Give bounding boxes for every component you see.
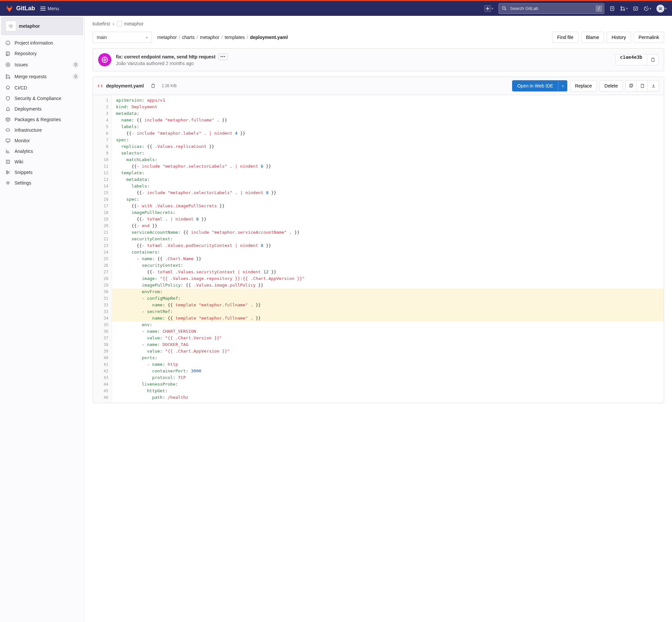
line-number[interactable]: 37: [94, 335, 108, 341]
history-button[interactable]: History: [607, 32, 631, 43]
commit-author[interactable]: João Vanzuita: [116, 61, 145, 66]
line-number[interactable]: 20: [94, 222, 108, 229]
sidebar-item-issues[interactable]: Issues0: [0, 59, 84, 71]
sidebar-item-analytics[interactable]: Analytics: [0, 146, 84, 157]
copy-sha-button[interactable]: [647, 54, 659, 65]
line-number[interactable]: 45: [94, 388, 108, 394]
main-menu-toggle[interactable]: Menu: [40, 6, 59, 11]
path-folder[interactable]: charts: [182, 35, 195, 40]
line-number[interactable]: 5: [94, 124, 108, 130]
line-number[interactable]: 1: [94, 97, 108, 104]
line-number[interactable]: 2: [94, 104, 108, 110]
line-number[interactable]: 15: [94, 189, 108, 196]
line-number[interactable]: 25: [94, 255, 108, 262]
line-number[interactable]: 44: [94, 381, 108, 388]
copy-contents-button[interactable]: [626, 80, 637, 92]
copy-path-button[interactable]: [149, 82, 157, 90]
breadcrumb-group[interactable]: kubefirst: [93, 21, 110, 26]
line-number[interactable]: 46: [94, 394, 108, 401]
replace-button[interactable]: Replace: [570, 80, 597, 92]
line-number[interactable]: 39: [94, 348, 108, 354]
breadcrumb-project[interactable]: metaphor: [117, 21, 144, 26]
line-number[interactable]: 35: [94, 321, 108, 328]
sidebar-project-header[interactable]: metaphor: [1, 17, 83, 35]
line-number[interactable]: 40: [94, 354, 108, 361]
commit-sha[interactable]: c1ae4e3b: [615, 54, 647, 65]
open-web-ide-dropdown[interactable]: ▾: [558, 80, 567, 92]
line-number[interactable]: 16: [94, 196, 108, 203]
line-number[interactable]: 29: [94, 282, 108, 288]
line-number[interactable]: 33: [94, 308, 108, 315]
line-number[interactable]: 22: [94, 236, 108, 242]
line-number[interactable]: 18: [94, 209, 108, 216]
sidebar-item-packages-registries[interactable]: Packages & Registries: [0, 114, 84, 125]
line-number[interactable]: 41: [94, 361, 108, 368]
sidebar-item-deployments[interactable]: Deployments: [0, 104, 84, 114]
line-number[interactable]: 31: [94, 295, 108, 302]
line-number[interactable]: 27: [94, 269, 108, 275]
open-web-ide-button[interactable]: Open in Web IDE: [512, 80, 558, 92]
line-number[interactable]: 38: [94, 341, 108, 348]
line-number[interactable]: 7: [94, 137, 108, 143]
merge-requests-shortcut[interactable]: ▾: [620, 6, 628, 11]
path-folder[interactable]: metaphor: [157, 35, 177, 40]
line-number[interactable]: 34: [94, 315, 108, 321]
code-content[interactable]: apiVersion: apps/v1kind: Deploymentmetad…: [112, 95, 664, 403]
path-folder[interactable]: templates: [225, 35, 245, 40]
line-number[interactable]: 12: [94, 170, 108, 176]
line-number[interactable]: 8: [94, 143, 108, 150]
line-number[interactable]: 28: [94, 275, 108, 282]
new-dropdown[interactable]: ▾: [484, 5, 493, 12]
sidebar-item-monitor[interactable]: Monitor: [0, 135, 84, 146]
line-number[interactable]: 43: [94, 374, 108, 381]
todos-shortcut[interactable]: [633, 6, 638, 11]
line-number[interactable]: 24: [94, 249, 108, 255]
line-number[interactable]: 3: [94, 110, 108, 117]
line-number[interactable]: 26: [94, 262, 108, 269]
line-number[interactable]: 30: [94, 288, 108, 295]
branch-selector[interactable]: main ▾: [93, 32, 152, 43]
blame-button[interactable]: Blame: [581, 32, 604, 43]
line-number-gutter[interactable]: 1234567891011121314151617181920212223242…: [93, 95, 112, 403]
find-file-button[interactable]: Find file: [552, 32, 578, 43]
line-number[interactable]: 21: [94, 229, 108, 236]
sidebar-item-wiki[interactable]: Wiki: [0, 157, 84, 167]
count-badge: 0: [72, 61, 79, 68]
delete-button[interactable]: Delete: [600, 80, 623, 92]
sidebar-item-repository[interactable]: Repository: [0, 48, 84, 59]
sidebar-item-security-compliance[interactable]: Security & Compliance: [0, 93, 84, 104]
todo-icon: [633, 6, 638, 11]
permalink-button[interactable]: Permalink: [634, 32, 664, 43]
line-number[interactable]: 32: [94, 302, 108, 308]
search-input[interactable]: [499, 3, 604, 14]
line-number[interactable]: 42: [94, 368, 108, 374]
menu-label: Menu: [47, 6, 59, 11]
issues-shortcut[interactable]: [610, 6, 615, 11]
sidebar-item-project-information[interactable]: Project information: [0, 38, 84, 48]
line-number[interactable]: 13: [94, 176, 108, 183]
sidebar-item-infrastructure[interactable]: Infrastructure: [0, 125, 84, 135]
sidebar-item-settings[interactable]: Settings: [0, 178, 84, 188]
user-menu[interactable]: ▾: [657, 5, 667, 12]
path-folder[interactable]: metaphor: [200, 35, 219, 40]
sidebar-item-merge-requests[interactable]: Merge requests0: [0, 71, 84, 82]
line-number[interactable]: 14: [94, 183, 108, 189]
line-number[interactable]: 36: [94, 328, 108, 335]
commit-expand-button[interactable]: •••: [218, 54, 228, 60]
line-number[interactable]: 23: [94, 242, 108, 249]
line-number[interactable]: 9: [94, 150, 108, 157]
line-number[interactable]: 10: [94, 157, 108, 163]
commit-title[interactable]: fix: correct endpoint name, send http re…: [116, 54, 215, 60]
sidebar-item-ci-cd[interactable]: CI/CD: [0, 82, 84, 93]
line-number[interactable]: 11: [94, 163, 108, 170]
help-dropdown[interactable]: ▾: [644, 6, 651, 11]
line-number[interactable]: 6: [94, 130, 108, 137]
line-number[interactable]: 4: [94, 117, 108, 124]
raw-button[interactable]: [637, 80, 648, 92]
line-number[interactable]: 19: [94, 216, 108, 222]
scissors-icon: [5, 170, 10, 175]
sidebar-item-snippets[interactable]: Snippets: [0, 167, 84, 178]
download-button[interactable]: [648, 80, 659, 92]
line-number[interactable]: 17: [94, 203, 108, 209]
logo-home-link[interactable]: GitLab: [5, 5, 35, 12]
